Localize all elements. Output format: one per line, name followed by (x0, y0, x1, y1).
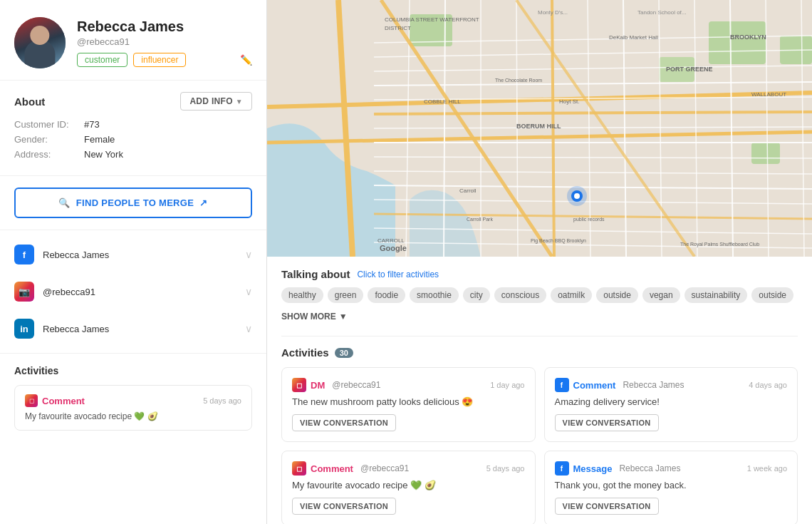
activity-timestamp: 1 week ago (747, 464, 787, 473)
instagram-icon: 📷 (14, 282, 34, 302)
activity-type-label: Message (573, 463, 613, 474)
add-info-button[interactable]: ADD INFO ▼ (180, 92, 252, 111)
map-container[interactable]: COLUMBIA STREET WATERFRONT DISTRICT BOER… (267, 0, 812, 257)
interest-tag[interactable]: green (328, 287, 364, 303)
sidebar-activities-title: Activities (14, 365, 252, 376)
right-panel: COLUMBIA STREET WATERFRONT DISTRICT BOER… (267, 0, 812, 524)
merge-section: 🔍 FIND PEOPLE TO MERGE ↗ (0, 176, 266, 230)
svg-text:BROOKLYN: BROOKLYN (730, 34, 766, 41)
activity-item-header: f Comment Rebecca James 4 days ago (555, 378, 788, 392)
profile-tags: customer influencer ✏️ (77, 53, 252, 67)
view-conversation-button[interactable]: VIEW CONVERSATION (292, 414, 396, 431)
sidebar-activities-section: Activities ◻ Comment 5 days ago My favou… (0, 354, 266, 442)
activity-time: 5 days ago (203, 396, 241, 405)
divider (281, 336, 798, 337)
svg-text:Pig Beach BBQ Brooklyn: Pig Beach BBQ Brooklyn (531, 238, 586, 244)
gender-row: Gender: Female (14, 134, 252, 145)
activity-item-header: ◻ DM @rebecca91 1 day ago (292, 378, 525, 392)
interest-tag[interactable]: vegan (642, 287, 680, 303)
fb-activity-icon: f (555, 378, 569, 392)
svg-text:Monty D's...: Monty D's... (538, 9, 568, 16)
chevron-down-icon: ▼ (236, 98, 243, 106)
chevron-down-icon: ∨ (245, 323, 252, 334)
activity-type: ◻ Comment (25, 394, 85, 407)
gender-label: Gender: (14, 134, 78, 145)
facebook-account[interactable]: f Rebecca James ∨ (0, 236, 266, 273)
view-conversation-button[interactable]: VIEW CONVERSATION (555, 414, 659, 431)
linkedin-name: Rebecca James (43, 324, 236, 334)
customer-id-row: Customer ID: #73 (14, 119, 252, 130)
svg-text:PORT GREENE: PORT GREENE (666, 66, 713, 73)
svg-text:public records: public records (573, 217, 605, 222)
customer-id-label: Customer ID: (14, 119, 78, 130)
instagram-account[interactable]: 📷 @rebecca91 ∨ (0, 273, 266, 310)
click-filter-label[interactable]: Click to filter activities (357, 269, 439, 279)
view-conversation-button[interactable]: VIEW CONVERSATION (555, 498, 659, 515)
activity-text: My favourite avocado recipe 💚 🥑 (25, 411, 241, 421)
tag-influencer[interactable]: influencer (133, 53, 186, 67)
ig-activity-icon: ◻ (292, 378, 306, 392)
activity-item-header: ◻ Comment @rebecca91 5 days ago (292, 461, 525, 476)
left-panel: Rebecca James @rebecca91 customer influe… (0, 0, 267, 524)
activity-item-left: ◻ Comment @rebecca91 (292, 461, 409, 476)
facebook-name: Rebecca James (43, 250, 236, 260)
activity-timestamp: 4 days ago (749, 381, 787, 389)
profile-info: Rebecca James @rebecca91 customer influe… (77, 19, 252, 67)
activity-content: Amazing delivery service! (555, 396, 788, 407)
interest-tag[interactable]: smoothie (410, 287, 459, 303)
interest-tag[interactable]: sustainability (685, 287, 748, 303)
interest-tag[interactable]: outside (751, 287, 793, 303)
search-icon: 🔍 (58, 197, 70, 208)
svg-text:BOERUM HILL: BOERUM HILL (516, 123, 561, 130)
talking-about-title: Talking about (281, 268, 350, 280)
svg-text:DeKalb Market Hall: DeKalb Market Hall (609, 34, 658, 41)
linkedin-icon: in (14, 319, 34, 339)
interest-tag[interactable]: healthy (281, 287, 323, 303)
interest-tag[interactable]: outside (596, 287, 638, 303)
address-label: Address: (14, 149, 78, 160)
svg-text:COLUMBIA STREET WATERFRONT: COLUMBIA STREET WATERFRONT (385, 16, 479, 23)
linkedin-account[interactable]: in Rebecca James ∨ (0, 310, 266, 347)
svg-text:The Royal Palms Shuffleboard C: The Royal Palms Shuffleboard Club (680, 242, 759, 247)
activity-timestamp: 1 day ago (490, 381, 524, 389)
about-title: About (14, 96, 45, 108)
view-conversation-button[interactable]: VIEW CONVERSATION (292, 498, 396, 515)
edit-icon[interactable]: ✏️ (240, 54, 252, 66)
tag-customer[interactable]: customer (77, 53, 127, 67)
ig-activity-icon: ◻ (292, 461, 306, 476)
talking-about-section: Talking about Click to filter activities… (281, 268, 798, 324)
interest-tag[interactable]: city (463, 287, 490, 303)
svg-text:Carroll: Carroll (459, 187, 477, 194)
interest-tag[interactable]: foodie (368, 287, 405, 303)
activity-content: My favourite avocado recipe 💚 🥑 (292, 480, 525, 490)
svg-text:Google: Google (380, 244, 407, 252)
activities-main: Activities 30 ◻ DM @rebecca91 1 day ago … (281, 346, 798, 524)
find-people-to-merge-button[interactable]: 🔍 FIND PEOPLE TO MERGE ↗ (14, 187, 252, 218)
activity-type-label: Comment (573, 380, 616, 391)
interest-tag[interactable]: conscious (494, 287, 546, 303)
fb-activity-icon: f (555, 461, 569, 476)
about-section: About ADD INFO ▼ Customer ID: #73 Gender… (0, 81, 266, 176)
show-more-label: SHOW MORE (281, 312, 336, 322)
activity-type-label: Comment (42, 396, 85, 406)
svg-text:The Chocolate Room: The Chocolate Room (495, 78, 542, 83)
svg-text:Tandon School of...: Tandon School of... (637, 9, 687, 16)
social-accounts-section: f Rebecca James ∨ 📷 @rebecca91 ∨ in Rebe… (0, 230, 266, 354)
interest-tags-row: healthygreenfoodiesmoothiecityconsciouso… (281, 287, 798, 303)
activity-content: Thank you, got the money back. (555, 480, 788, 490)
map-svg: COLUMBIA STREET WATERFRONT DISTRICT BOER… (267, 0, 812, 257)
profile-name: Rebecca James (77, 19, 252, 35)
activity-item-left: ◻ DM @rebecca91 (292, 378, 380, 392)
svg-rect-5 (751, 143, 780, 164)
chevron-down-icon: ∨ (245, 286, 252, 297)
show-more-button[interactable]: SHOW MORE ▼ (281, 309, 348, 324)
customer-id-value: #73 (84, 119, 100, 130)
interest-tag[interactable]: oatmilk (551, 287, 592, 303)
profile-handle: @rebecca91 (77, 36, 252, 47)
avatar (14, 17, 66, 68)
activity-author: Rebecca James (619, 463, 680, 473)
sidebar-activity-card: ◻ Comment 5 days ago My favourite avocad… (14, 385, 252, 431)
activities-header: Activities 30 (281, 346, 798, 359)
activities-panel: Talking about Click to filter activities… (267, 257, 812, 524)
activity-timestamp: 5 days ago (486, 464, 525, 473)
